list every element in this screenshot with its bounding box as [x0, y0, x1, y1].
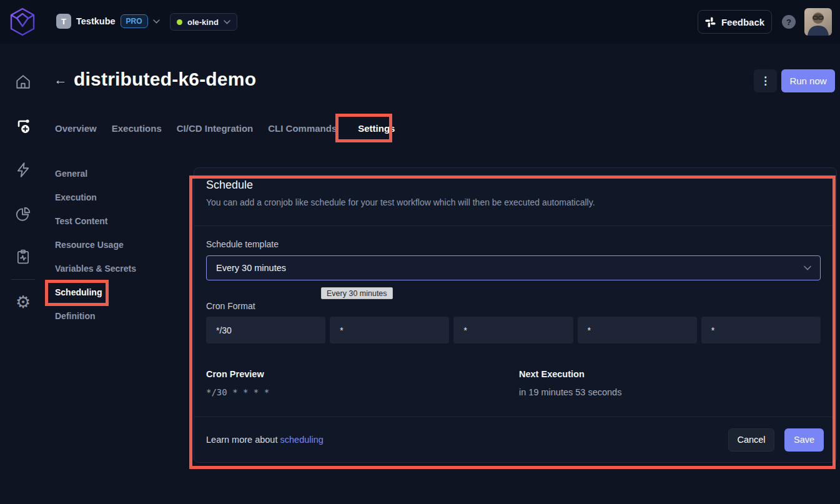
gear-icon: ⚙	[16, 294, 31, 310]
schedule-panel-header: Schedule You can add a cronjob like sche…	[194, 168, 836, 207]
settings-nav-variables-secrets[interactable]: Variables & Secrets	[55, 257, 136, 280]
cron-month-input[interactable]	[578, 317, 697, 343]
sidebar-item-triggers[interactable]	[14, 161, 32, 179]
cron-preview-value: */30 * * * *	[206, 387, 519, 397]
sidebar-item-test-workflows[interactable]	[14, 117, 32, 136]
sidebar-item-insights[interactable]	[14, 205, 32, 224]
cron-day-of-week-input[interactable]	[701, 317, 821, 343]
tab-cli-commands[interactable]: CLI Commands	[268, 123, 337, 134]
cron-format-inputs	[206, 317, 821, 343]
schedule-title: Schedule	[206, 179, 824, 192]
run-now-button[interactable]: Run now	[781, 69, 835, 92]
monitor-clipboard-icon	[15, 249, 31, 265]
feedback-label: Feedback	[721, 17, 764, 27]
feedback-button[interactable]: Feedback	[698, 10, 772, 34]
env-status-dot	[177, 19, 182, 25]
env-name: ole-kind	[187, 17, 219, 27]
back-arrow-icon: ←	[54, 72, 67, 87]
learn-more-text: Learn more about scheduling	[206, 435, 324, 445]
cron-hour-input[interactable]	[330, 317, 449, 343]
tab-bar: Overview Executions CI/CD Integration CL…	[55, 114, 401, 142]
save-button[interactable]: Save	[784, 428, 824, 452]
avatar-photo	[804, 8, 832, 36]
sidebar-item-dashboard[interactable]	[14, 72, 32, 91]
schedule-description: You can add a cronjob like schedule for …	[206, 197, 824, 207]
chevron-down-icon	[153, 19, 160, 24]
schedule-template-tooltip: Every 30 minutes	[321, 287, 393, 299]
schedule-template-select[interactable]: Every 30 minutes	[206, 255, 821, 280]
help-icon[interactable]: ?	[782, 15, 796, 29]
scheduling-docs-link[interactable]: scheduling	[280, 435, 324, 445]
more-options-button[interactable]: ⋮	[754, 69, 777, 92]
pie-chart-icon	[15, 206, 31, 222]
schedule-panel-footer: Learn more about scheduling Cancel Save	[194, 417, 836, 462]
topbar: T Testkube PRO ole-kind Feedback ?	[0, 0, 840, 44]
user-avatar[interactable]	[804, 8, 832, 36]
cron-preview-section: Cron Preview */30 * * * * Next Execution…	[206, 369, 821, 397]
org-switcher[interactable]: T Testkube PRO	[56, 14, 160, 29]
lightning-icon	[15, 162, 31, 178]
chevron-down-icon	[804, 265, 811, 270]
settings-nav-scheduling[interactable]: Scheduling	[55, 280, 136, 304]
testkube-logo[interactable]	[10, 7, 35, 36]
settings-nav: General Execution Test Content Resource …	[55, 162, 136, 328]
footer-actions: Cancel Save	[728, 428, 824, 452]
chevron-down-icon	[224, 20, 230, 24]
tab-cicd-integration[interactable]: CI/CD Integration	[177, 123, 254, 134]
cron-format-label: Cron Format	[206, 301, 821, 311]
settings-nav-execution[interactable]: Execution	[55, 185, 136, 209]
org-avatar: T	[56, 14, 71, 29]
learn-more-prefix: Learn more about	[206, 435, 280, 445]
next-execution-value: in 19 minutes 53 seconds	[519, 387, 821, 397]
settings-nav-general[interactable]: General	[55, 162, 136, 185]
next-execution-label: Next Execution	[519, 369, 821, 379]
settings-nav-test-content[interactable]: Test Content	[55, 209, 136, 233]
org-name: Testkube	[76, 16, 116, 26]
schedule-template-value: Every 30 minutes	[216, 263, 286, 273]
tab-settings[interactable]: Settings	[352, 123, 401, 134]
pro-badge: PRO	[121, 14, 148, 28]
cron-day-of-month-input[interactable]	[453, 317, 573, 343]
ellipsis-icon: ⋮	[760, 75, 771, 87]
tab-executions[interactable]: Executions	[112, 123, 162, 134]
help-glyph: ?	[786, 17, 791, 27]
back-button[interactable]: ←	[52, 71, 69, 89]
sidebar-item-monitoring[interactable]	[14, 247, 32, 266]
page-title: distributed-k6-demo	[74, 69, 256, 90]
test-workflows-icon	[14, 117, 32, 135]
tab-overview[interactable]: Overview	[55, 123, 97, 134]
cancel-button[interactable]: Cancel	[728, 428, 774, 452]
schedule-panel-body: Schedule template Every 30 minutes Cron …	[194, 226, 836, 397]
rail-divider	[11, 279, 35, 280]
sidebar-item-settings[interactable]: ⚙	[14, 292, 32, 311]
settings-nav-definition[interactable]: Definition	[55, 304, 136, 328]
slack-icon	[705, 17, 716, 27]
home-icon	[15, 74, 31, 90]
schedule-panel: Schedule You can add a cronjob like sche…	[194, 167, 837, 463]
settings-nav-resource-usage[interactable]: Resource Usage	[55, 233, 136, 257]
cron-preview-label: Cron Preview	[206, 369, 519, 379]
cron-minute-input[interactable]	[206, 317, 325, 343]
schedule-template-label: Schedule template	[206, 239, 821, 249]
environment-selector[interactable]: ole-kind	[170, 13, 237, 31]
